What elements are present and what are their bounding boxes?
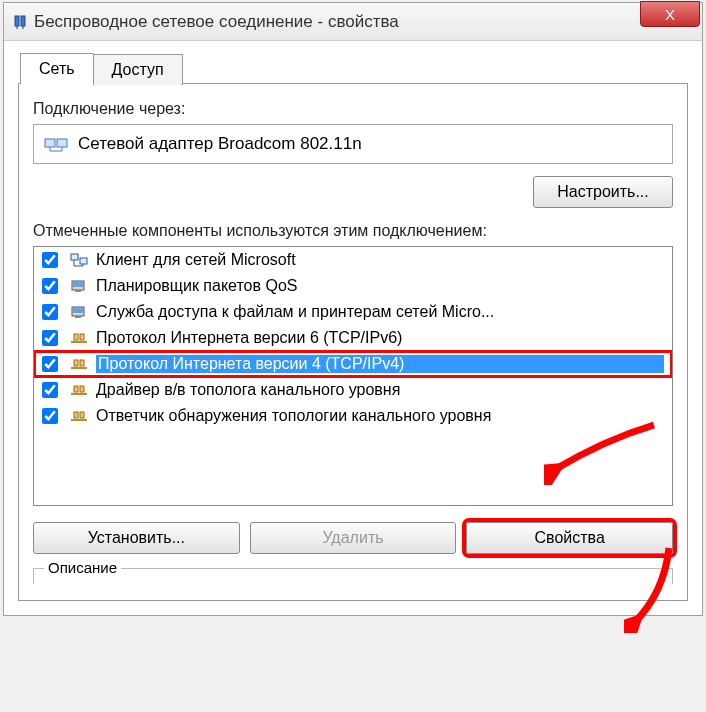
adapter-icon <box>44 134 68 154</box>
svg-rect-9 <box>71 254 78 260</box>
svg-rect-30 <box>74 412 78 418</box>
adapter-field: Сетевой адаптер Broadcom 802.11n <box>33 124 673 164</box>
component-checkbox[interactable] <box>42 330 58 346</box>
component-label: Протокол Интернета версии 4 (TCP/IPv4) <box>96 355 664 373</box>
component-item[interactable]: Протокол Интернета версии 4 (TCP/IPv4) <box>34 351 672 377</box>
adapter-name: Сетевой адаптер Broadcom 802.11n <box>78 134 362 154</box>
remove-button[interactable]: Удалить <box>250 522 457 554</box>
svg-rect-4 <box>45 139 55 147</box>
component-label: Планировщик пакетов QoS <box>96 277 664 295</box>
svg-rect-21 <box>74 334 78 340</box>
component-label: Протокол Интернета версии 6 (TCP/IPv6) <box>96 329 664 347</box>
svg-rect-15 <box>73 282 83 287</box>
tab-strip: Сеть Доступ <box>20 53 698 84</box>
titlebar: Беспроводное сетевое соединение - свойст… <box>4 3 702 41</box>
close-button[interactable]: X <box>640 1 700 27</box>
svg-rect-27 <box>74 386 78 392</box>
protocol-icon <box>68 381 90 399</box>
close-icon: X <box>665 6 675 23</box>
install-button[interactable]: Установить... <box>33 522 240 554</box>
component-label: Служба доступа к файлам и принтерам сете… <box>96 303 664 321</box>
svg-rect-31 <box>80 412 84 418</box>
svg-rect-24 <box>74 360 78 366</box>
component-checkbox[interactable] <box>42 278 58 294</box>
service-icon <box>68 303 90 321</box>
protocol-icon <box>68 329 90 347</box>
window-title: Беспроводное сетевое соединение - свойст… <box>34 12 399 32</box>
configure-button-label: Настроить... <box>557 183 649 200</box>
component-item[interactable]: Клиент для сетей Microsoft <box>34 247 672 273</box>
client-icon <box>68 251 90 269</box>
component-item[interactable]: Планировщик пакетов QoS <box>34 273 672 299</box>
network-icon <box>12 14 28 30</box>
component-label: Клиент для сетей Microsoft <box>96 251 664 269</box>
svg-rect-1 <box>21 16 25 26</box>
description-label: Описание <box>44 559 121 576</box>
properties-button-label: Свойства <box>535 529 605 546</box>
tab-access[interactable]: Доступ <box>93 54 183 85</box>
button-row: Установить... Удалить Свойства <box>33 522 673 554</box>
remove-button-label: Удалить <box>322 529 383 546</box>
svg-rect-22 <box>80 334 84 340</box>
component-item[interactable]: Ответчик обнаружения топологии канальног… <box>34 403 672 429</box>
tab-panel-network: Подключение через: Сетевой адаптер Broad… <box>18 83 688 601</box>
component-item[interactable]: Протокол Интернета версии 6 (TCP/IPv6) <box>34 325 672 351</box>
connect-via-label: Подключение через: <box>33 100 673 118</box>
svg-rect-25 <box>80 360 84 366</box>
svg-rect-28 <box>80 386 84 392</box>
component-item[interactable]: Драйвер в/в тополога канального уровня <box>34 377 672 403</box>
svg-rect-16 <box>75 290 81 292</box>
component-checkbox[interactable] <box>42 408 58 424</box>
component-checkbox[interactable] <box>42 252 58 268</box>
properties-dialog: Беспроводное сетевое соединение - свойст… <box>3 2 703 616</box>
configure-button[interactable]: Настроить... <box>533 176 673 208</box>
svg-rect-10 <box>80 258 87 264</box>
component-item[interactable]: Служба доступа к файлам и принтерам сете… <box>34 299 672 325</box>
description-groupbox: Описание <box>33 568 673 584</box>
svg-rect-18 <box>73 308 83 313</box>
svg-rect-19 <box>75 316 81 318</box>
tab-access-label: Доступ <box>112 61 164 78</box>
component-checkbox[interactable] <box>42 304 58 320</box>
protocol-icon <box>68 355 90 373</box>
svg-rect-0 <box>15 16 19 26</box>
properties-button[interactable]: Свойства <box>466 522 673 554</box>
components-label: Отмеченные компоненты используются этим … <box>33 222 673 240</box>
service-icon <box>68 277 90 295</box>
svg-rect-5 <box>57 139 67 147</box>
component-checkbox[interactable] <box>42 356 58 372</box>
component-checkbox[interactable] <box>42 382 58 398</box>
component-label: Ответчик обнаружения топологии канальног… <box>96 407 664 425</box>
tab-network-label: Сеть <box>39 60 75 77</box>
client-area: Сеть Доступ Подключение через: Сетевой а… <box>4 41 702 615</box>
tab-network[interactable]: Сеть <box>20 53 94 84</box>
component-label: Драйвер в/в тополога канального уровня <box>96 381 664 399</box>
components-listbox[interactable]: Клиент для сетей MicrosoftПланировщик па… <box>33 246 673 506</box>
protocol-icon <box>68 407 90 425</box>
install-button-label: Установить... <box>88 529 185 546</box>
